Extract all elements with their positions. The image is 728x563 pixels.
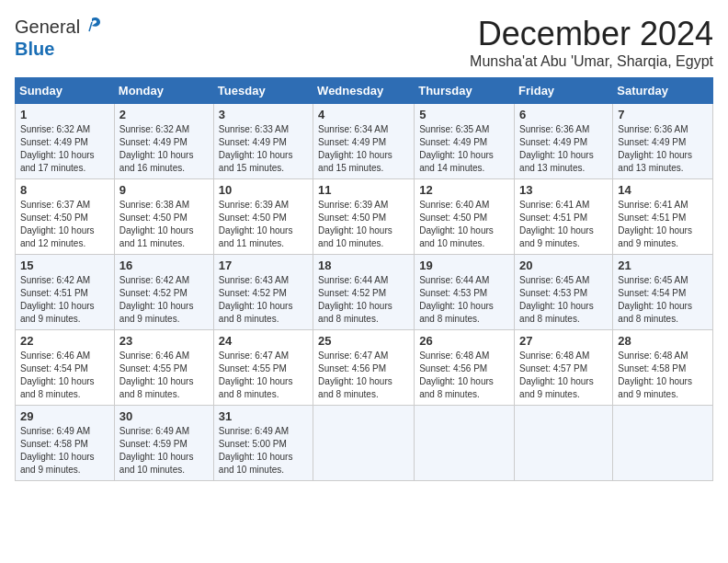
day-info: Sunrise: 6:45 AMSunset: 4:53 PMDaylight:… <box>519 275 594 324</box>
day-number: 15 <box>20 259 109 272</box>
title-block: December 2024 Munsha'at Abu 'Umar, Sharq… <box>470 15 713 70</box>
day-info: Sunrise: 6:39 AMSunset: 4:50 PMDaylight:… <box>219 200 293 248</box>
day-info: Sunrise: 6:49 AMSunset: 5:00 PMDaylight:… <box>219 426 293 475</box>
day-number: 27 <box>519 334 608 348</box>
day-info: Sunrise: 6:48 AMSunset: 4:58 PMDaylight:… <box>618 350 692 399</box>
day-number: 9 <box>119 183 209 197</box>
calendar-cell: 24 Sunrise: 6:47 AMSunset: 4:55 PMDaylig… <box>213 330 313 406</box>
page-header: General Blue December 2024 Munsha'at Abu… <box>15 15 713 70</box>
calendar-cell: 28 Sunrise: 6:48 AMSunset: 4:58 PMDaylig… <box>613 330 713 406</box>
calendar-cell: 18 Sunrise: 6:44 AMSunset: 4:52 PMDaylig… <box>313 255 415 330</box>
day-number: 4 <box>318 108 409 121</box>
calendar-cell: 16 Sunrise: 6:42 AMSunset: 4:52 PMDaylig… <box>114 255 213 330</box>
day-number: 25 <box>318 334 409 348</box>
day-info: Sunrise: 6:35 AMSunset: 4:49 PMDaylight:… <box>419 124 494 173</box>
calendar-week-row: 1 Sunrise: 6:32 AMSunset: 4:49 PMDayligh… <box>16 104 713 179</box>
day-info: Sunrise: 6:47 AMSunset: 4:56 PMDaylight:… <box>318 350 392 399</box>
day-number: 16 <box>119 259 209 272</box>
calendar-cell: 11 Sunrise: 6:39 AMSunset: 4:50 PMDaylig… <box>313 179 415 255</box>
day-info: Sunrise: 6:38 AMSunset: 4:50 PMDaylight:… <box>119 200 194 248</box>
day-info: Sunrise: 6:46 AMSunset: 4:54 PMDaylight:… <box>20 350 95 399</box>
header-saturday: Saturday <box>613 78 713 104</box>
calendar-cell: 23 Sunrise: 6:46 AMSunset: 4:55 PMDaylig… <box>114 330 213 406</box>
calendar-table: SundayMondayTuesdayWednesdayThursdayFrid… <box>15 77 713 481</box>
calendar-cell: 8 Sunrise: 6:37 AMSunset: 4:50 PMDayligh… <box>16 179 115 255</box>
day-number: 7 <box>618 108 708 121</box>
day-info: Sunrise: 6:37 AMSunset: 4:50 PMDaylight:… <box>20 200 95 248</box>
calendar-week-row: 15 Sunrise: 6:42 AMSunset: 4:51 PMDaylig… <box>16 255 713 330</box>
day-info: Sunrise: 6:32 AMSunset: 4:49 PMDaylight:… <box>119 124 194 173</box>
day-number: 1 <box>20 108 109 121</box>
day-number: 18 <box>318 259 409 272</box>
calendar-cell: 31 Sunrise: 6:49 AMSunset: 5:00 PMDaylig… <box>213 406 313 481</box>
day-info: Sunrise: 6:42 AMSunset: 4:51 PMDaylight:… <box>20 275 95 324</box>
day-info: Sunrise: 6:42 AMSunset: 4:52 PMDaylight:… <box>119 275 194 324</box>
day-info: Sunrise: 6:48 AMSunset: 4:57 PMDaylight:… <box>519 350 594 399</box>
calendar-cell: 27 Sunrise: 6:48 AMSunset: 4:57 PMDaylig… <box>515 330 613 406</box>
logo-blue-text: Blue <box>15 39 54 59</box>
day-info: Sunrise: 6:44 AMSunset: 4:53 PMDaylight:… <box>419 275 494 324</box>
header-sunday: Sunday <box>16 78 115 104</box>
day-info: Sunrise: 6:41 AMSunset: 4:51 PMDaylight:… <box>618 200 692 248</box>
day-number: 11 <box>318 183 409 197</box>
day-number: 21 <box>618 259 708 272</box>
day-number: 22 <box>20 334 109 348</box>
day-number: 5 <box>419 108 509 121</box>
calendar-cell <box>515 406 613 481</box>
calendar-cell: 10 Sunrise: 6:39 AMSunset: 4:50 PMDaylig… <box>213 179 313 255</box>
day-number: 6 <box>519 108 608 121</box>
day-number: 14 <box>618 183 708 197</box>
day-info: Sunrise: 6:49 AMSunset: 4:59 PMDaylight:… <box>119 426 194 475</box>
day-number: 8 <box>20 183 109 197</box>
header-thursday: Thursday <box>415 78 515 104</box>
day-number: 30 <box>119 409 209 423</box>
calendar-cell: 3 Sunrise: 6:33 AMSunset: 4:49 PMDayligh… <box>213 104 313 179</box>
calendar-cell: 4 Sunrise: 6:34 AMSunset: 4:49 PMDayligh… <box>313 104 415 179</box>
day-info: Sunrise: 6:40 AMSunset: 4:50 PMDaylight:… <box>419 200 494 248</box>
day-info: Sunrise: 6:36 AMSunset: 4:49 PMDaylight:… <box>618 124 692 173</box>
calendar-week-row: 29 Sunrise: 6:49 AMSunset: 4:58 PMDaylig… <box>16 406 713 481</box>
day-info: Sunrise: 6:34 AMSunset: 4:49 PMDaylight:… <box>318 124 392 173</box>
calendar-cell: 6 Sunrise: 6:36 AMSunset: 4:49 PMDayligh… <box>515 104 613 179</box>
day-number: 23 <box>119 334 209 348</box>
calendar-cell: 15 Sunrise: 6:42 AMSunset: 4:51 PMDaylig… <box>16 255 115 330</box>
day-info: Sunrise: 6:47 AMSunset: 4:55 PMDaylight:… <box>219 350 293 399</box>
calendar-cell: 21 Sunrise: 6:45 AMSunset: 4:54 PMDaylig… <box>613 255 713 330</box>
day-info: Sunrise: 6:36 AMSunset: 4:49 PMDaylight:… <box>519 124 594 173</box>
day-number: 13 <box>519 183 608 197</box>
day-info: Sunrise: 6:49 AMSunset: 4:58 PMDaylight:… <box>20 426 95 475</box>
calendar-cell: 25 Sunrise: 6:47 AMSunset: 4:56 PMDaylig… <box>313 330 415 406</box>
calendar-cell: 22 Sunrise: 6:46 AMSunset: 4:54 PMDaylig… <box>16 330 115 406</box>
calendar-cell: 20 Sunrise: 6:45 AMSunset: 4:53 PMDaylig… <box>515 255 613 330</box>
day-info: Sunrise: 6:44 AMSunset: 4:52 PMDaylight:… <box>318 275 392 324</box>
header-monday: Monday <box>114 78 213 104</box>
day-number: 24 <box>219 334 308 348</box>
calendar-cell: 30 Sunrise: 6:49 AMSunset: 4:59 PMDaylig… <box>114 406 213 481</box>
day-number: 17 <box>219 259 308 272</box>
calendar-header-row: SundayMondayTuesdayWednesdayThursdayFrid… <box>16 78 713 104</box>
header-wednesday: Wednesday <box>313 78 415 104</box>
day-info: Sunrise: 6:46 AMSunset: 4:55 PMDaylight:… <box>119 350 194 399</box>
day-number: 19 <box>419 259 509 272</box>
calendar-week-row: 8 Sunrise: 6:37 AMSunset: 4:50 PMDayligh… <box>16 179 713 255</box>
logo: General Blue <box>15 15 102 59</box>
header-friday: Friday <box>515 78 613 104</box>
day-info: Sunrise: 6:39 AMSunset: 4:50 PMDaylight:… <box>318 200 392 248</box>
day-number: 10 <box>219 183 308 197</box>
month-year-title: December 2024 <box>470 15 713 53</box>
calendar-cell <box>313 406 415 481</box>
day-info: Sunrise: 6:43 AMSunset: 4:52 PMDaylight:… <box>219 275 293 324</box>
calendar-cell: 19 Sunrise: 6:44 AMSunset: 4:53 PMDaylig… <box>415 255 515 330</box>
day-info: Sunrise: 6:41 AMSunset: 4:51 PMDaylight:… <box>519 200 594 248</box>
day-number: 12 <box>419 183 509 197</box>
day-info: Sunrise: 6:33 AMSunset: 4:49 PMDaylight:… <box>219 124 293 173</box>
calendar-cell: 29 Sunrise: 6:49 AMSunset: 4:58 PMDaylig… <box>16 406 115 481</box>
logo-general-text: General <box>15 17 80 37</box>
calendar-cell: 5 Sunrise: 6:35 AMSunset: 4:49 PMDayligh… <box>415 104 515 179</box>
day-info: Sunrise: 6:32 AMSunset: 4:49 PMDaylight:… <box>20 124 95 173</box>
day-number: 20 <box>519 259 608 272</box>
calendar-week-row: 22 Sunrise: 6:46 AMSunset: 4:54 PMDaylig… <box>16 330 713 406</box>
calendar-cell: 9 Sunrise: 6:38 AMSunset: 4:50 PMDayligh… <box>114 179 213 255</box>
day-number: 29 <box>20 409 109 423</box>
calendar-cell: 14 Sunrise: 6:41 AMSunset: 4:51 PMDaylig… <box>613 179 713 255</box>
